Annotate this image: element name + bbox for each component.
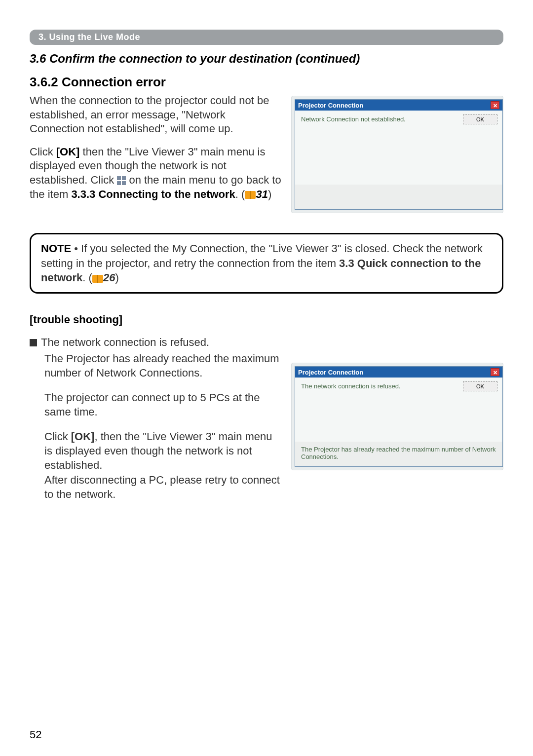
dialog-1-body: Network Connection not established. OK — [295, 111, 502, 185]
ts-p3: Click [OK], then the "Live Viewer 3" mai… — [30, 430, 281, 472]
dialog-1-ok-button[interactable]: OK — [463, 114, 497, 124]
paragraph-1: When the connection to the projector cou… — [30, 94, 281, 136]
bullet-text: The network connection is refused. — [41, 336, 209, 349]
square-bullet-icon — [30, 339, 37, 346]
paragraph-2: Click [OK] then the "Live Viewer 3" main… — [30, 145, 281, 201]
ts-p2: The projector can connect up to 5 PCs at… — [30, 391, 281, 419]
note-close: ) — [115, 271, 118, 284]
heading-362: 3.6.2 Connection error — [30, 75, 503, 90]
book-icon — [92, 275, 103, 283]
ts-p3-pre: Click — [44, 430, 71, 443]
book-icon — [245, 191, 256, 199]
close-icon[interactable]: ✕ — [491, 368, 499, 376]
section-subtitle: 3.6 Confirm the connection to your desti… — [30, 52, 503, 66]
dialog-2-wrap: Projector Connection ✕ The network conne… — [291, 363, 503, 470]
p2-ok: [OK] — [56, 146, 80, 158]
note-ref: 26 — [103, 271, 115, 284]
dialog-1-footer — [295, 185, 502, 209]
dialog-1-title: Projector Connection — [298, 102, 363, 109]
p2-ref: 31 — [256, 188, 267, 200]
p2-bold2: 3.3.3 Connecting to the network — [71, 188, 235, 200]
bullet-row: The network connection is refused. — [30, 336, 281, 349]
page-number: 52 — [30, 728, 41, 741]
dialog-2-body: The network connection is refused. OK — [295, 378, 502, 442]
note-label: NOTE — [41, 242, 71, 255]
dialog-2-msg: The network connection is refused. — [301, 382, 401, 390]
dialog-2: Projector Connection ✕ The network conne… — [295, 366, 503, 467]
dialog-1-msg: Network Connection not established. — [301, 115, 406, 123]
p2-end: . ( — [235, 188, 245, 200]
p2-close: ) — [268, 188, 271, 200]
section-pill: 3. Using the Live Mode — [30, 30, 503, 45]
dialog-2-title-bar: Projector Connection ✕ — [295, 367, 502, 378]
grid-icon — [117, 176, 126, 185]
p2-pre: Click — [30, 146, 56, 158]
dialog-1: Projector Connection ✕ Network Connectio… — [295, 99, 503, 210]
note-box: NOTE • If you selected the My Connection… — [30, 233, 503, 294]
ts-p1: The Projector has already reached the ma… — [30, 352, 281, 380]
dialog-2-ok-button[interactable]: OK — [463, 381, 497, 391]
ts-p4: After disconnecting a PC, please retry t… — [30, 473, 281, 501]
dialog-2-title: Projector Connection — [298, 369, 363, 376]
troubleshooting-heading: [trouble shooting] — [30, 313, 503, 326]
close-icon[interactable]: ✕ — [491, 101, 499, 109]
dialog-1-wrap: Projector Connection ✕ Network Connectio… — [291, 96, 503, 213]
dialog-1-title-bar: Projector Connection ✕ — [295, 100, 502, 111]
dialog-2-footer: The Projector has already reached the ma… — [295, 442, 502, 466]
note-end: . ( — [82, 271, 92, 284]
ts-p3-ok: [OK] — [71, 430, 95, 443]
